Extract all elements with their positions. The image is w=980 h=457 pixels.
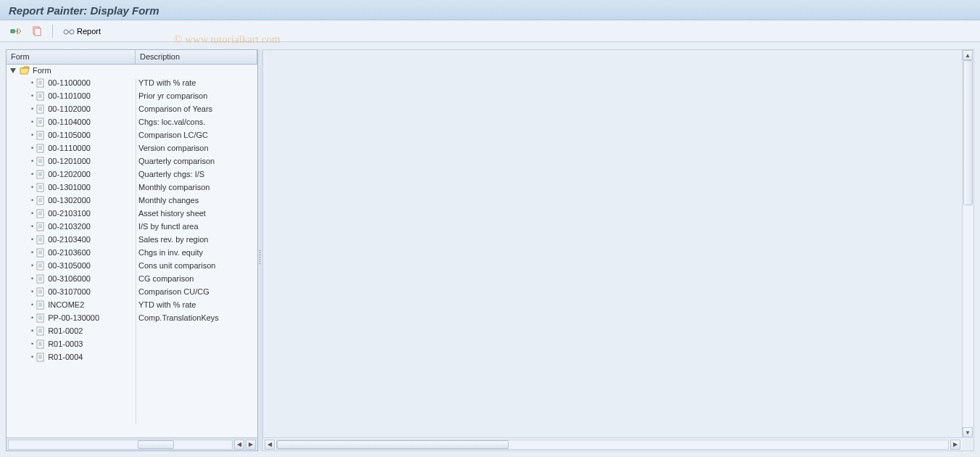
- tree-item-desc: Cons unit comparison: [136, 261, 257, 270]
- tree-item[interactable]: •00-1102000Comparison of Years: [7, 102, 257, 115]
- document-icon: [36, 131, 45, 140]
- tree-item[interactable]: •00-1302000Monthly changes: [7, 194, 257, 207]
- tree-root-label: Form: [33, 66, 51, 75]
- tree-item-desc: Chgs: loc.val/cons.: [136, 118, 257, 126]
- hscroll-thumb[interactable]: [138, 440, 174, 449]
- bullet-icon: •: [31, 340, 33, 347]
- scroll-down-arrow[interactable]: ▼: [963, 427, 973, 437]
- scroll-up-arrow[interactable]: ▲: [963, 50, 973, 60]
- bullet-icon: •: [31, 184, 33, 191]
- tree-item-form: INCOME2: [48, 300, 84, 309]
- document-icon: [36, 183, 45, 192]
- column-header-description[interactable]: Description: [136, 50, 257, 64]
- tree-item-desc: Prior yr comparison: [136, 91, 257, 100]
- main-hscroll-track[interactable]: [276, 440, 949, 450]
- bullet-icon: •: [31, 353, 33, 361]
- tree-item-form: 00-2103200: [48, 222, 91, 231]
- tree-item[interactable]: •00-1110000Version comparison: [7, 141, 257, 155]
- tree-item-desc: Chgs in inv. equity: [136, 248, 257, 257]
- tree-item-desc: Comparison LC/GC: [136, 131, 257, 139]
- tree-item[interactable]: •00-3106000CG comparison: [7, 272, 257, 285]
- report-button[interactable]: Report: [60, 25, 104, 37]
- tree-item-form: R01-0003: [48, 339, 83, 348]
- svg-rect-5: [17, 33, 20, 34]
- tree-item-desc: Sales rev. by region: [136, 235, 257, 244]
- bullet-icon: •: [31, 144, 33, 152]
- document-icon: [36, 196, 45, 205]
- tree-item[interactable]: •00-1202000Quarterly chgs: I/S: [7, 168, 257, 181]
- scroll-left-arrow[interactable]: ◀: [234, 440, 244, 450]
- tree-item-form: 00-2103400: [48, 235, 91, 244]
- bullet-icon: •: [31, 210, 33, 217]
- vscroll-track[interactable]: [963, 60, 973, 427]
- tree-item[interactable]: •00-3107000Comparison CU/CG: [7, 285, 257, 298]
- tree-item[interactable]: •R01-0004: [7, 350, 257, 363]
- tree-item[interactable]: •00-2103200I/S by functl area: [7, 220, 257, 233]
- main-hscroll-thumb[interactable]: [277, 440, 509, 449]
- copy-button[interactable]: [29, 25, 45, 38]
- tree-item-form: 00-1110000: [48, 144, 91, 152]
- tree-item[interactable]: •00-1301000Monthly comparison: [7, 181, 257, 194]
- main-scroll-right-arrow[interactable]: ▶: [950, 440, 960, 450]
- document-icon: [36, 235, 45, 244]
- svg-point-9: [70, 30, 74, 34]
- tree-item-desc: Monthly comparison: [136, 183, 257, 192]
- vscroll-thumb[interactable]: [963, 60, 973, 205]
- tree-item[interactable]: •00-2103400Sales rev. by region: [7, 233, 257, 246]
- tree-item-desc: Comparison of Years: [136, 104, 257, 113]
- document-icon: [36, 157, 45, 166]
- column-header-form[interactable]: Form: [7, 50, 136, 64]
- glasses-icon: [63, 27, 75, 36]
- bullet-icon: •: [31, 236, 33, 243]
- bullet-icon: •: [31, 327, 33, 334]
- document-icon: [36, 300, 45, 310]
- bullet-icon: •: [31, 170, 33, 178]
- tree-item-form: 00-3106000: [48, 274, 91, 283]
- vertical-scrollbar[interactable]: ▲ ▼: [962, 50, 973, 437]
- tree-item-form: R01-0004: [48, 353, 83, 361]
- tree-item-desc: Asset history sheet: [136, 209, 257, 218]
- tree-item[interactable]: •R01-0002: [7, 324, 257, 337]
- document-icon: [36, 287, 45, 297]
- tree-item[interactable]: •00-2103100Asset history sheet: [7, 207, 257, 220]
- tree-item[interactable]: •00-1101000Prior yr comparison: [7, 89, 257, 102]
- tree-item[interactable]: •00-3105000Cons unit comparison: [7, 259, 257, 272]
- tree-item-desc: Quarterly comparison: [136, 157, 257, 165]
- hscroll-track[interactable]: [8, 440, 233, 450]
- bullet-icon: •: [31, 131, 33, 139]
- title-bar: Report Painter: Display Form: [0, 0, 980, 20]
- document-icon: [36, 339, 45, 349]
- tree-item[interactable]: •00-1104000Chgs: loc.val/cons.: [7, 115, 257, 128]
- report-button-label: Report: [77, 27, 101, 36]
- tree-item-form: 00-1100000: [48, 78, 91, 87]
- tree-root-node[interactable]: Form: [7, 65, 257, 76]
- document-icon: [36, 313, 45, 323]
- tree-item[interactable]: •00-1105000Comparison LC/GC: [7, 128, 257, 141]
- svg-rect-7: [35, 28, 41, 36]
- document-icon: [36, 248, 45, 258]
- tree-item[interactable]: •R01-0003: [7, 337, 257, 350]
- tree-item-form: 00-1301000: [48, 183, 91, 192]
- main-horizontal-scrollbar[interactable]: ◀ ▶: [263, 437, 962, 450]
- tree-item-desc: YTD with % rate: [136, 300, 257, 309]
- tree-item[interactable]: •00-2103600Chgs in inv. equity: [7, 246, 257, 259]
- document-icon: [36, 104, 45, 114]
- tree-item-form: 00-1202000: [48, 170, 91, 178]
- svg-rect-4: [17, 28, 20, 30]
- tree-item-desc: Version comparison: [136, 144, 257, 152]
- tree-item[interactable]: •PP-00-130000Comp.TranslationKeys: [7, 311, 257, 324]
- tree-item[interactable]: •INCOME2YTD with % rate: [7, 298, 257, 311]
- tree-item-form: 00-1102000: [48, 104, 91, 113]
- main-scroll-left-arrow[interactable]: ◀: [265, 440, 275, 450]
- scroll-right-arrow[interactable]: ▶: [246, 440, 256, 450]
- document-icon: [36, 222, 45, 231]
- tree-item-form: R01-0002: [48, 326, 83, 335]
- document-icon: [36, 118, 45, 127]
- tree-item[interactable]: •00-1201000Quarterly comparison: [7, 155, 257, 168]
- execute-button[interactable]: [7, 25, 25, 38]
- bullet-icon: •: [31, 105, 33, 112]
- tree-item[interactable]: •00-1100000YTD with % rate: [7, 76, 257, 89]
- tree-horizontal-scrollbar[interactable]: ◀ ▶: [7, 437, 257, 450]
- tree-item-desc: Comp.TranslationKeys: [136, 313, 257, 322]
- copy-icon: [32, 26, 42, 36]
